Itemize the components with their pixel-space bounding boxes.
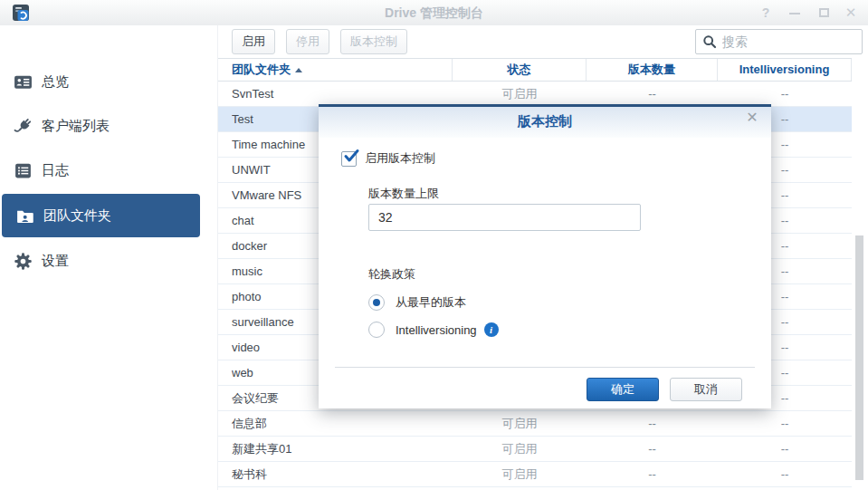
version-limit-label: 版本数量上限	[368, 186, 439, 202]
search-input[interactable]	[722, 34, 849, 49]
radio-earliest-label: 从最早的版本	[396, 294, 466, 311]
overview-icon	[13, 72, 33, 91]
sidebar-item-label: 团队文件夹	[43, 207, 111, 225]
help-icon[interactable]: ?	[758, 5, 774, 20]
sidebar-item-clients[interactable]: 客户端列表	[0, 113, 217, 139]
clients-icon	[13, 116, 33, 136]
version-limit-input[interactable]	[368, 204, 641, 231]
version-control-dialog: 版本控制 ✕ 启用版本控制 版本数量上限 轮换政策 从最早的版本 Intelli…	[319, 104, 771, 408]
table-header: 团队文件夹 状态 版本数量 Intelliversioning	[218, 58, 852, 82]
disable-button[interactable]: 停用	[286, 29, 329, 54]
sidebar-item-label: 日志	[42, 162, 69, 179]
settings-icon	[13, 251, 33, 271]
ok-button[interactable]: 确定	[587, 378, 659, 401]
sidebar-item-settings[interactable]: 设置	[0, 248, 217, 274]
minimize-icon[interactable]	[787, 5, 803, 20]
enable-version-control-label: 启用版本控制	[365, 150, 435, 167]
cell-team-folder: 秘书科	[232, 462, 449, 487]
cancel-button[interactable]: 取消	[670, 378, 742, 401]
vertical-scrollbar-thumb[interactable]	[855, 235, 863, 480]
sort-asc-icon	[295, 68, 302, 72]
radio-intelliversioning[interactable]: Intelliversioning i	[368, 322, 499, 338]
sidebar: 总览 客户端列表	[0, 25, 217, 490]
version-control-button[interactable]: 版本控制	[340, 29, 407, 54]
window-title: Drive 管理控制台	[0, 5, 868, 22]
cell-intelliversioning: --	[718, 82, 852, 107]
cell-team-folder: SvnTest	[232, 82, 449, 107]
sidebar-item-label: 设置	[42, 253, 69, 270]
cell-versions: --	[587, 437, 718, 462]
cell-status: 可启用	[453, 82, 587, 107]
dialog-title: 版本控制	[319, 107, 771, 136]
maximize-icon[interactable]	[816, 5, 832, 20]
rotation-policy-label: 轮换政策	[368, 266, 415, 283]
table-row[interactable]: 秘书科 可启用 -- --	[218, 462, 852, 487]
cell-versions: --	[587, 411, 718, 437]
dialog-header: 版本控制	[319, 107, 771, 138]
close-icon[interactable]: ✕	[843, 5, 859, 20]
checkmark-icon	[343, 149, 359, 165]
drive-admin-console-window: Drive 管理控制台 ? ✕ 总览	[0, 0, 868, 490]
info-icon[interactable]: i	[484, 322, 499, 337]
cell-versions: --	[587, 462, 718, 487]
dialog-close-icon[interactable]: ✕	[744, 110, 760, 126]
cell-status: 可启用	[453, 437, 587, 462]
column-header-intelliversioning[interactable]: Intelliversioning	[718, 59, 852, 81]
search-box[interactable]	[695, 29, 863, 54]
radio-unselected-icon	[368, 322, 385, 338]
dialog-divider	[335, 367, 755, 368]
radio-selected-icon	[368, 294, 385, 311]
column-header-team-folder[interactable]: 团队文件夹	[218, 59, 453, 81]
enable-version-control-checkbox[interactable]	[341, 151, 357, 167]
cell-team-folder: 新建共享01	[232, 437, 449, 462]
sidebar-item-team-folder[interactable]: 团队文件夹	[2, 194, 200, 237]
enable-button[interactable]: 启用	[232, 29, 275, 54]
table-row[interactable]: 信息部 可启用 -- --	[218, 411, 852, 437]
cell-intelliversioning: --	[718, 411, 852, 437]
cell-status: 可启用	[453, 411, 587, 437]
column-header-status[interactable]: 状态	[453, 59, 587, 81]
sidebar-item-label: 总览	[42, 73, 69, 91]
sidebar-item-overview[interactable]: 总览	[0, 69, 217, 94]
log-icon	[13, 160, 33, 180]
sidebar-item-label: 客户端列表	[42, 118, 110, 135]
cell-status: 可启用	[453, 462, 587, 487]
team-folder-icon	[14, 206, 34, 226]
table-row[interactable]: SvnTest 可启用 -- --	[218, 82, 852, 107]
cell-intelliversioning: --	[718, 462, 852, 487]
cell-team-folder: 信息部	[232, 411, 449, 437]
table-row[interactable]: 新建共享01 可启用 -- --	[218, 437, 852, 462]
column-header-versions[interactable]: 版本数量	[587, 59, 718, 81]
sidebar-item-log[interactable]: 日志	[0, 158, 217, 183]
search-icon	[702, 34, 717, 49]
radio-intelliversioning-label: Intelliversioning	[396, 323, 477, 337]
titlebar: Drive 管理控制台 ? ✕	[0, 0, 868, 25]
radio-earliest-version[interactable]: 从最早的版本	[368, 294, 466, 311]
cell-intelliversioning: --	[718, 437, 852, 462]
cell-versions: --	[587, 82, 718, 107]
